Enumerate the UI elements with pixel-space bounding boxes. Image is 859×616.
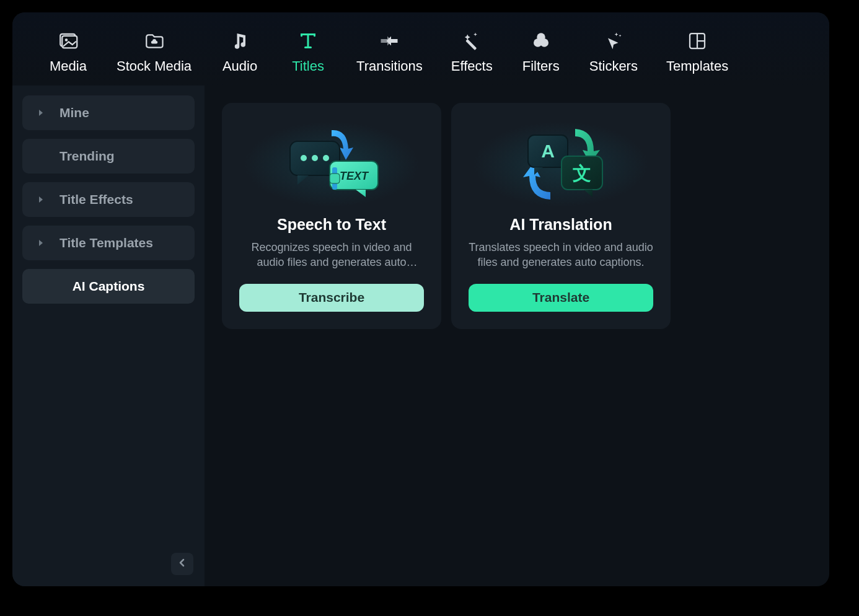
layout-grid-icon	[686, 30, 708, 52]
music-note-icon	[229, 30, 251, 52]
sidebar-item-label: AI Captions	[73, 279, 145, 294]
tab-label: Media	[50, 58, 87, 74]
tab-titles[interactable]: Titles	[277, 25, 339, 79]
tab-effects[interactable]: Effects	[440, 25, 504, 79]
tab-label: Transitions	[356, 58, 423, 74]
text-t-icon	[297, 30, 319, 52]
tab-stickers[interactable]: Stickers	[578, 25, 649, 79]
translate-button[interactable]: Translate	[469, 284, 653, 312]
sidebar-item-trending[interactable]: Trending	[22, 139, 195, 174]
transitions-icon	[378, 30, 400, 52]
venn-circles-icon	[530, 30, 552, 52]
tab-stock-media[interactable]: Stock Media	[105, 25, 203, 79]
chevron-right-icon	[37, 109, 55, 117]
tab-label: Titles	[292, 58, 324, 74]
svg-rect-17	[330, 174, 340, 183]
sidebar-item-label: Title Templates	[59, 235, 182, 250]
svg-point-6	[540, 38, 548, 47]
tab-transitions[interactable]: Transitions	[345, 25, 434, 79]
sparkle-cursor-icon	[602, 30, 625, 52]
tab-label: Stock Media	[117, 58, 192, 74]
card-title: Speech to Text	[277, 216, 386, 234]
tab-audio[interactable]: Audio	[209, 25, 271, 79]
svg-text:TEXT: TEXT	[340, 170, 369, 182]
collapse-sidebar-button[interactable]	[171, 553, 193, 575]
sidebar-item-mine[interactable]: Mine	[22, 95, 195, 130]
cloud-folder-icon	[143, 30, 165, 52]
card-description: Translates speech in video and audio fil…	[466, 240, 656, 270]
tab-label: Audio	[222, 58, 257, 74]
content-area: TEXT Speech to Text Recognizes speech in…	[205, 86, 829, 586]
magic-wand-icon	[460, 30, 483, 52]
tab-label: Stickers	[589, 58, 638, 74]
tab-label: Effects	[451, 58, 493, 74]
speech-to-text-icon: TEXT	[237, 118, 426, 211]
chevron-left-icon	[178, 558, 186, 570]
svg-text:文: 文	[573, 163, 591, 183]
svg-point-2	[65, 38, 68, 42]
chevron-right-icon	[37, 239, 55, 247]
chevron-right-icon	[37, 196, 55, 203]
sidebar-item-title-templates[interactable]: Title Templates	[22, 226, 195, 260]
sidebar-item-ai-captions[interactable]: AI Captions	[22, 269, 195, 304]
sidebar-item-label: Trending	[59, 149, 182, 164]
tab-filters[interactable]: Filters	[510, 25, 572, 79]
sidebar-item-title-effects[interactable]: Title Effects	[22, 182, 195, 217]
tab-label: Templates	[666, 58, 728, 74]
tab-templates[interactable]: Templates	[655, 25, 739, 79]
card-speech-to-text: TEXT Speech to Text Recognizes speech in…	[222, 103, 441, 329]
ai-translation-icon: A 文	[466, 118, 656, 211]
svg-point-11	[301, 155, 307, 161]
svg-rect-3	[466, 39, 477, 50]
main-area: Mine Trending Title Effects Title Templa…	[12, 86, 829, 586]
sidebar: Mine Trending Title Effects Title Templa…	[12, 86, 205, 586]
card-title: AI Translation	[509, 216, 612, 234]
tab-media[interactable]: Media	[37, 25, 99, 79]
transcribe-button[interactable]: Transcribe	[239, 284, 424, 312]
svg-point-13	[323, 155, 329, 161]
app-panel: Media Stock Media Audio	[12, 12, 829, 586]
card-ai-translation: A 文 AI Translation Translates speech in …	[451, 103, 671, 329]
top-tabs: Media Stock Media Audio	[12, 12, 829, 86]
sidebar-item-label: Title Effects	[59, 192, 182, 207]
image-icon	[57, 30, 79, 52]
svg-text:A: A	[541, 141, 555, 161]
sidebar-item-label: Mine	[59, 105, 182, 120]
tab-label: Filters	[522, 58, 560, 74]
svg-point-12	[312, 155, 318, 161]
card-description: Recognizes speech in video and audio fil…	[237, 240, 426, 270]
